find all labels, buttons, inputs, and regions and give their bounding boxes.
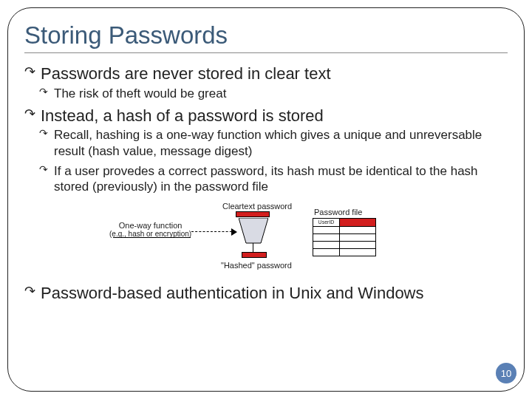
cleartext-label: Cleartext password — [222, 202, 292, 211]
hashed-label: "Hashed" password — [221, 261, 292, 270]
bullet-1: Passwords are never stored in clear text — [24, 64, 508, 84]
pwfile-label: Password file — [314, 208, 362, 216]
hash-funnel-icon — [239, 218, 268, 245]
password-file-table: UserID — [313, 218, 376, 256]
bullet-2: Instead, a hash of a password is stored — [24, 106, 508, 126]
slide: Storing Passwords Passwords are never st… — [7, 7, 525, 392]
oneway-label: One-way function (e.g., hash or encrypti… — [109, 221, 191, 238]
bullet-3: Password-based authentication in Unix an… — [24, 283, 508, 304]
bullet-2b: If a user provedes a correct password, i… — [24, 163, 508, 195]
bullet-2a: Recall, hashing is a one-way function wh… — [24, 127, 508, 159]
bullet-1a: The risk of theft would be great — [24, 86, 508, 101]
hash-cell — [340, 219, 375, 226]
diagram: Cleartext password One-way function (e.g… — [24, 199, 508, 280]
title-divider — [24, 52, 508, 53]
oneway-text: One-way function — [119, 221, 183, 230]
page-number: 10 — [496, 363, 516, 383]
table-row — [313, 226, 375, 233]
table-row — [313, 233, 375, 241]
arrow-icon — [191, 231, 236, 232]
output-connector — [253, 243, 253, 252]
userid-cell: UserID — [313, 219, 340, 226]
cleartext-password-bar — [236, 211, 270, 217]
slide-body: Passwords are never stored in clear text… — [24, 64, 508, 304]
table-row — [313, 248, 375, 256]
hashed-password-bar — [242, 252, 267, 258]
slide-title: Storing Passwords — [24, 21, 508, 50]
oneway-underline — [113, 237, 191, 238]
table-row: UserID — [313, 219, 375, 226]
svg-marker-0 — [239, 218, 268, 243]
table-row — [313, 241, 375, 248]
